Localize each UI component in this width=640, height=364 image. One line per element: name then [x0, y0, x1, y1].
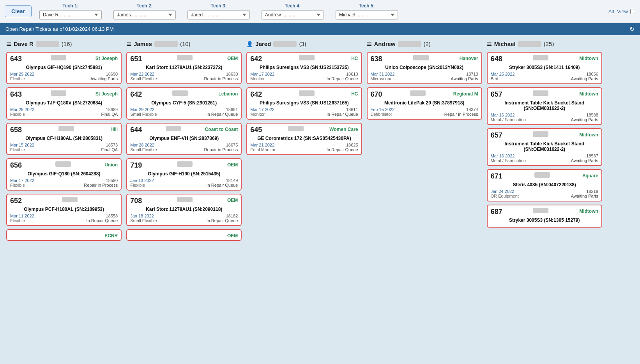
column-count-4: (2) [424, 41, 431, 47]
ticket-status: Awaiting Parts [571, 194, 598, 198]
blurred-field [299, 90, 315, 96]
ticket-card[interactable]: 652Olympus PCF-H180AL (SN:2109953)Mar 11… [6, 194, 122, 226]
ticket-work-order: 18558 [106, 214, 118, 218]
ticket-location: OEM [227, 233, 238, 239]
tech-select-2[interactable]: James............ [113, 10, 176, 19]
ticket-card[interactable]: 645Women CareGE Corometrics 172 (SN:SAS0… [246, 123, 362, 155]
ticket-card[interactable]: 643St JosephOlympus GIF-HQ190 (SN:274588… [6, 52, 122, 84]
ticket-status: Repair in Process [204, 147, 238, 152]
ticket-work-order: 18219 [586, 189, 598, 194]
ticket-card[interactable]: 642HCPhilips Suresigns VS3 (SN:US2315373… [246, 52, 362, 84]
ticket-status-row: FlexibleFinal QA [10, 147, 118, 152]
ticket-status: Awaiting Parts [571, 76, 598, 81]
ticket-meta: Mar 15 202218573 [10, 143, 118, 147]
ticket-card[interactable]: 656UnionOlympus GIF-Q180 (SN:2604288)Mar… [6, 158, 122, 191]
tech-label-1: Tech 1: [62, 3, 78, 9]
blurred-field [288, 126, 304, 131]
ticket-header-row: 643St Joseph [10, 55, 118, 63]
ticket-card[interactable]: 651OEMKarl Storz 11278AU1 (SN:2237272)Ma… [126, 52, 242, 84]
column-2: ☰James (10)651OEMKarl Storz 11278AU1 (SN… [124, 39, 244, 348]
column-header-3: 👤Jared (3) [246, 39, 362, 49]
ticket-location: Midtown [579, 209, 598, 214]
ticket-device: GE Corometrics 172 (SN:SAS05425430PA) [250, 136, 358, 141]
ticket-card[interactable]: 642LebanonOlympus CYF-5 (SN:2901261)Mar … [126, 87, 242, 120]
ticket-card[interactable]: 657MidtownInstrument Table Kick Bucket S… [487, 128, 602, 166]
tech-label-2: Tech 2: [136, 3, 152, 9]
ticket-location: Regional M [453, 91, 478, 97]
ticket-card[interactable]: 687MidtownStryker 3005S3 (SN:1305 15279) [487, 205, 602, 228]
ticket-work-order: 18587 [586, 154, 598, 158]
ticket-card[interactable]: ECNR [6, 229, 122, 241]
ticket-header-row: 657Midtown [491, 90, 598, 99]
ticket-device: Olympus CF-H180AL (SN:2805831) [10, 136, 118, 141]
ticket-number: 642 [130, 90, 142, 99]
ticket-status: Awaiting Parts [571, 117, 598, 122]
ticket-header-row: 642HC [250, 55, 358, 63]
ticket-header-row: 687Midtown [491, 208, 598, 216]
blurred-field [51, 90, 66, 96]
clear-button[interactable]: Clear [5, 5, 32, 17]
ticket-card[interactable]: 719OEMOlympus GIF-H190 (SN:2515435)Jan 1… [126, 158, 242, 191]
column-header-5: ☰Michael (25) [487, 39, 602, 49]
ticket-card[interactable]: 638HanoverUnico Colposcope (SN:2013YN002… [367, 52, 482, 84]
tech-select-5[interactable]: Michael.......... [336, 10, 398, 19]
ticket-header-row: 656Union [10, 161, 118, 170]
ticket-number: 645 [250, 126, 262, 134]
ticket-device: Philips Suresigns VS3 (SN:US12637165) [250, 100, 358, 106]
column-count-2: (10) [180, 41, 191, 47]
ticket-status-row: FlexibleRepair in Process [10, 183, 118, 187]
ticket-header-row: 642Lebanon [130, 90, 238, 99]
ticket-type: Small Flexible [130, 76, 157, 81]
ticket-card[interactable]: OEM [126, 229, 242, 241]
blurred-field [533, 55, 548, 60]
blurred-field [172, 90, 188, 96]
ticket-status-row: MicroscopeAwaiting Parts [371, 76, 478, 81]
ticket-meta: Mar 17 202218610 [250, 72, 358, 76]
ticket-type: Flexible [10, 218, 25, 223]
ticket-card[interactable]: 671SquareSteris 4085 (SN:0407220138)Jan … [487, 169, 602, 201]
ticket-type: Monitor [250, 76, 265, 81]
tech-select-1[interactable]: Dave R........... [39, 10, 102, 19]
ticket-number: 648 [491, 55, 502, 63]
ticket-status-row: Small FlexibleRepair in Process [130, 76, 238, 81]
ticket-card[interactable]: 643St JosephOlympus TJF-Q180V (SN:272068… [6, 87, 122, 120]
column-3: 👤Jared (3)642HCPhilips Suresigns VS3 (SN… [244, 39, 364, 348]
list-icon: ☰ [487, 41, 492, 47]
blurred-name [154, 41, 178, 47]
ticket-number: 643 [10, 55, 22, 63]
ticket-work-order: 18656 [586, 72, 598, 76]
tech-selector-1: Tech 1:Dave R........... [39, 3, 102, 19]
ticket-location: Midtown [579, 91, 598, 97]
ticket-type: Microscope [371, 76, 392, 81]
ticket-device: Karl Storz 11278AU1 (SN:2237272) [130, 65, 238, 70]
ticket-card[interactable]: 708OEMKarl Storz 11278AU1 (SN:2090118)Ja… [126, 194, 242, 226]
tech-select-4[interactable]: Andrew .......... [262, 10, 324, 19]
ticket-card[interactable]: 648MidtownStryker 3005S3 (SN:1411 16409)… [487, 52, 602, 84]
column-1: ☰Dave R (16)643St JosephOlympus GIF-HQ19… [4, 39, 124, 348]
ticket-status-row: FlexibleFinal QA [10, 112, 118, 117]
ticket-meta: Mar 25 202218656 [491, 72, 598, 76]
refresh-icon[interactable]: ↻ [629, 25, 635, 33]
ticket-card[interactable]: 644Coast to CoastOlympus ENF-VH (SN:2837… [126, 123, 242, 155]
ticket-work-order: 18713 [466, 72, 478, 76]
ticket-card[interactable]: 657MidtownInstrument Table Kick Bucket S… [487, 87, 602, 125]
ticket-device: Instrument Table Kick Bucket Stand (SN:O… [491, 100, 598, 111]
ticket-location: Coast to Coast [205, 127, 238, 132]
ticket-work-order: 18590 [106, 178, 118, 183]
ticket-card[interactable]: 642HCPhilips Suresigns VS3 (SN:US1263716… [246, 87, 362, 120]
status-text: Open Repair Tickets as of 01/02/2024 06:… [5, 26, 114, 32]
ticket-meta: Mar 29 202218690 [10, 72, 118, 76]
ticket-meta: Mar 22 202218630 [130, 72, 238, 76]
ticket-meta: Mar 31 202218713 [371, 72, 478, 76]
blurred-field [413, 55, 429, 60]
ticket-date: Mar 31 2022 [371, 72, 395, 76]
tech-select-3[interactable]: Jared ............ [187, 10, 250, 19]
ticket-number: 652 [10, 197, 22, 205]
ticket-meta: Jan 18 202218182 [130, 214, 238, 218]
ticket-header-row: 648Midtown [491, 55, 598, 63]
alt-view-checkbox[interactable] [630, 9, 635, 14]
ticket-number: 642 [250, 55, 262, 63]
ticket-card[interactable]: 658HillOlympus CF-H180AL (SN:2805831)Mar… [6, 123, 122, 155]
ticket-work-order: 18611 [346, 107, 358, 112]
ticket-card[interactable]: 670Regional MMedtronic LifePak 20 (SN:37… [367, 87, 482, 120]
